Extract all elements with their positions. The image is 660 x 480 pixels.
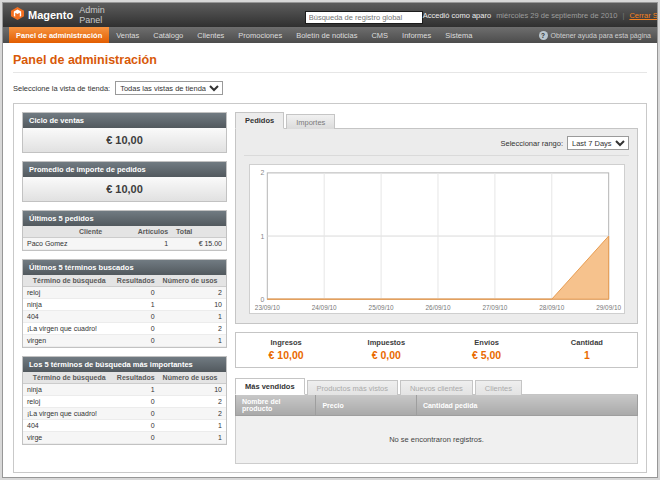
- table-row[interactable]: Paco Gomez 1 € 15.00: [23, 238, 226, 250]
- nav-item-label: Sistema: [445, 31, 472, 40]
- svg-text:24/09/10: 24/09/10: [311, 304, 336, 311]
- table-row[interactable]: virge 0 1: [23, 432, 226, 444]
- column-header: Número de usos: [159, 275, 226, 287]
- svg-text:28/09/10: 28/09/10: [539, 304, 564, 311]
- nav-item[interactable]: Sistema: [438, 27, 479, 43]
- table-row[interactable]: 404 0 1: [23, 420, 226, 432]
- store-view-select[interactable]: Todas las vistas de tienda: [115, 81, 223, 95]
- cell-uses: 2: [159, 287, 226, 299]
- header-date: miércoles 29 de septiembre de 2010: [496, 11, 617, 20]
- products-table: Nombre del productoPrecioCantidad pedida…: [235, 395, 638, 464]
- table-row[interactable]: virgen 0 1: [23, 335, 226, 347]
- empty-message: No se encontraron registros.: [236, 416, 638, 464]
- total-item: Impuestos € 0,00: [336, 333, 436, 367]
- tab-label: Productos más vistos: [317, 384, 388, 393]
- cell-uses: 10: [159, 299, 226, 311]
- cell-items: 1: [106, 238, 172, 250]
- dashboard-sidebar: Ciclo de ventas € 10,00 Promedio de impo…: [22, 112, 227, 464]
- session-info: Accedió como aparo miércoles 29 de septi…: [423, 11, 658, 20]
- panel-title: Los 5 términos de búsqueda más important…: [23, 357, 226, 372]
- cell-term: ¡La virgen que cuadro!: [23, 323, 110, 335]
- total-item: Ingresos € 10,00: [236, 333, 336, 367]
- column-header: Total: [172, 226, 226, 238]
- table-row[interactable]: reloj 0 2: [23, 396, 226, 408]
- table-row[interactable]: ¡La virgen que cuadro! 0 2: [23, 408, 226, 420]
- cell-results: 1: [110, 384, 159, 396]
- cell-term: ¡La virgen que cuadro!: [23, 408, 110, 420]
- total-label: Cantidad: [537, 338, 637, 347]
- column-header: Precio: [316, 395, 417, 416]
- cell-total: € 15.00: [172, 238, 226, 250]
- cell-term: ninja: [23, 299, 110, 311]
- panel-title: Ciclo de ventas: [23, 113, 226, 128]
- cell-uses: 2: [159, 408, 226, 420]
- page-help-link[interactable]: ? Obtener ayuda para esta página: [539, 27, 651, 43]
- cell-uses: 2: [159, 323, 226, 335]
- chart-tab-bar: Pedidos Importes: [235, 112, 638, 129]
- svg-text:2: 2: [260, 169, 264, 176]
- chart-tab[interactable]: Pedidos: [235, 112, 284, 129]
- column-header: Término de búsqueda: [23, 372, 110, 384]
- nav-item[interactable]: Informes: [395, 27, 438, 43]
- logout-link[interactable]: Cerrar Sesión: [629, 11, 658, 20]
- tab-label: Clientes: [485, 384, 512, 393]
- nav-item-label: Panel de administración: [16, 31, 102, 40]
- column-header: Nombre del producto: [236, 395, 316, 416]
- svg-text:29/09/10: 29/09/10: [596, 304, 621, 311]
- nav-item[interactable]: Ventas: [109, 27, 146, 43]
- store-switcher: Seleccione la vista de tienda: Todas las…: [13, 81, 647, 95]
- global-search-input[interactable]: [305, 11, 423, 24]
- svg-text:26/09/10: 26/09/10: [425, 304, 450, 311]
- total-item: Envíos € 5,00: [437, 333, 537, 367]
- help-label: Obtener ayuda para esta página: [551, 32, 651, 39]
- cell-term: ninja: [23, 384, 110, 396]
- nav-item[interactable]: Boletín de noticias: [289, 27, 364, 43]
- chart-tab[interactable]: Importes: [286, 114, 335, 129]
- average-order-panel: Promedio de importe de pedidos € 10,00: [22, 161, 227, 202]
- cell-uses: 1: [159, 420, 226, 432]
- nav-item[interactable]: CMS: [364, 27, 395, 43]
- cell-results: 0: [110, 396, 159, 408]
- grid-tab[interactable]: Más vendidos: [235, 378, 305, 395]
- cell-results: 0: [110, 335, 159, 347]
- column-header: Cliente: [23, 226, 106, 238]
- table-row[interactable]: ¡La virgen que cuadro! 0 2: [23, 323, 226, 335]
- nav-item[interactable]: Catálogo: [146, 27, 190, 43]
- nav-item[interactable]: Panel de administración: [9, 27, 109, 43]
- range-select[interactable]: Last 7 Days: [567, 136, 629, 150]
- panel-title: Promedio de importe de pedidos: [23, 162, 226, 177]
- table-row[interactable]: ninja 1 10: [23, 384, 226, 396]
- main-nav: Panel de administración Ventas Catálogo …: [3, 27, 657, 43]
- grid-tab[interactable]: Productos más vistos: [307, 380, 398, 395]
- grid-tab[interactable]: Clientes: [475, 380, 522, 395]
- panel-title: Últimos 5 términos buscados: [23, 260, 226, 275]
- total-item: Cantidad 1: [537, 333, 637, 367]
- nav-item-label: Clientes: [197, 31, 224, 40]
- total-label: Impuestos: [336, 338, 436, 347]
- nav-item-label: Catálogo: [153, 31, 183, 40]
- cell-uses: 2: [159, 396, 226, 408]
- top-header: Magento Admin Panel Accedió como aparo m…: [3, 3, 657, 27]
- svg-text:1: 1: [260, 233, 264, 240]
- total-value: € 0,00: [336, 349, 436, 361]
- grid-tab-bar: Más vendidos Productos más vistos Nuevos…: [235, 378, 638, 395]
- cell-customer: Paco Gomez: [23, 238, 106, 250]
- column-header: Cantidad pedida: [416, 395, 637, 416]
- last-orders-panel: Últimos 5 pedidos ClienteArtículosTotal …: [22, 210, 227, 251]
- grid-tab[interactable]: Nuevos clientes: [400, 380, 473, 395]
- table-row[interactable]: 404 0 1: [23, 311, 226, 323]
- total-value: € 10,00: [236, 349, 336, 361]
- cell-uses: 1: [159, 311, 226, 323]
- average-order-value: € 10,00: [23, 177, 226, 201]
- column-header: Resultados: [110, 275, 159, 287]
- table-row[interactable]: reloj 0 2: [23, 287, 226, 299]
- nav-item[interactable]: Promociones: [231, 27, 289, 43]
- nav-item[interactable]: Clientes: [190, 27, 231, 43]
- help-icon: ?: [539, 31, 548, 40]
- dashboard-container: Ciclo de ventas € 10,00 Promedio de impo…: [13, 103, 647, 473]
- total-label: Envíos: [437, 338, 537, 347]
- nav-item-label: Promociones: [238, 31, 282, 40]
- cell-term: virge: [23, 432, 110, 444]
- table-row[interactable]: ninja 1 10: [23, 299, 226, 311]
- tab-label: Pedidos: [245, 116, 274, 125]
